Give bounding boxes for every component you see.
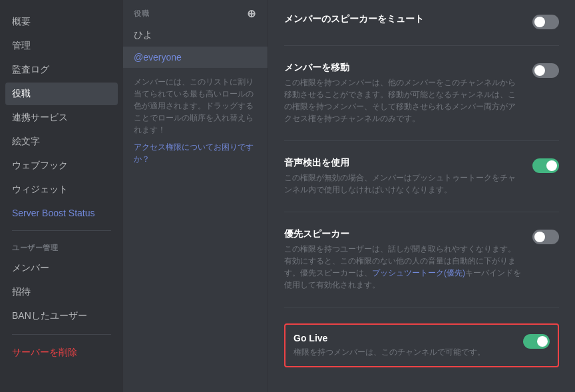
sidebar-item-webhooks[interactable]: ウェブフック (5, 154, 118, 177)
permission-go-live-info: Go Live 権限を持つメンバーは、このチャンネルで可能です。 (293, 333, 512, 358)
sidebar-item-overview[interactable]: 概要 (5, 11, 118, 33)
permission-priority-speaker: 優先スピーカー この権限を持つユーザーは、話しが聞き取られやすくなります。有効に… (284, 228, 559, 291)
sidebar-divider (12, 230, 111, 231)
toggle-mute-track[interactable] (532, 15, 559, 29)
toggle-voice-activity[interactable] (532, 158, 559, 173)
sidebar-item-bans[interactable]: BANしたユーザー (5, 305, 118, 327)
toggle-priority-speaker[interactable] (532, 230, 559, 244)
divider-1 (284, 45, 559, 46)
divider-2 (284, 140, 559, 141)
sidebar: 概要 管理 監査ログ 役職 連携サービス 絵文字 ウェブフック ウィジェット S… (0, 0, 123, 392)
roles-description: メンバーには、このリストに割り当てられている最も高いロールの色が適用されます。ド… (123, 68, 268, 173)
sidebar-item-delete-server[interactable]: サーバーを削除 (5, 341, 118, 364)
permission-priority-desc: この権限を持つユーザーは、話しが聞き取られやすくなります。有効にすると、この権限… (284, 243, 522, 291)
toggle-move-thumb (534, 65, 545, 76)
toggle-mute-members[interactable] (532, 15, 559, 29)
permission-mute-title: メンバーのスピーカーをミュート (284, 13, 522, 25)
permission-voice-info: 音声検出を使用 この権限が無効の場合、メンバーはプッシュトゥートークをチャンネル… (284, 157, 522, 196)
sidebar-item-widgets[interactable]: ウィジェット (5, 178, 118, 201)
add-role-icon[interactable]: ⊕ (246, 8, 257, 19)
roles-header-label: 役職 (134, 9, 149, 19)
toggle-voice-thumb (546, 160, 557, 171)
toggle-voice-track[interactable] (532, 158, 559, 173)
toggle-go-live[interactable] (523, 334, 550, 349)
permission-move-members: メンバーを移動 この権限を持つメンバーは、他のメンバーをこのチャンネルから移動さ… (284, 62, 559, 124)
permission-go-live-desc: 権限を持つメンバーは、このチャンネルで可能です。 (293, 346, 512, 358)
toggle-priority-track[interactable] (532, 230, 559, 244)
role-item-hiyo[interactable]: ひよ (123, 24, 268, 47)
sidebar-item-emoji[interactable]: 絵文字 (5, 130, 118, 153)
sidebar-divider-2 (12, 334, 111, 335)
permission-mute-info: メンバーのスピーカーをミュート (284, 13, 522, 28)
divider-4 (284, 307, 559, 307)
sidebar-item-manage[interactable]: 管理 (5, 35, 118, 57)
permission-go-live: Go Live 権限を持つメンバーは、このチャンネルで可能です。 (293, 333, 550, 358)
permission-move-info: メンバーを移動 この権限を持つメンバーは、他のメンバーをこのチャンネルから移動さ… (284, 62, 522, 124)
sidebar-item-boost[interactable]: Server Boost Status (5, 202, 118, 224)
roles-header: 役職 ⊕ (123, 8, 268, 24)
sidebar-item-integrations[interactable]: 連携サービス (5, 106, 118, 129)
permission-go-live-title: Go Live (293, 333, 512, 343)
permission-mute-members: メンバーのスピーカーをミュート (284, 13, 559, 29)
divider-3 (284, 212, 559, 212)
role-item-everyone[interactable]: @everyone (123, 47, 268, 68)
toggle-priority-thumb (534, 232, 545, 242)
permission-move-desc: この権限を持つメンバーは、他のメンバーをこのチャンネルから移動させることができま… (284, 77, 522, 124)
main-content: メンバーのスピーカーをミュート メンバーを移動 この権限を持つメンバーは、他のメ… (268, 0, 575, 392)
sidebar-item-audit-log[interactable]: 監査ログ (5, 59, 118, 81)
go-live-section: Go Live 権限を持つメンバーは、このチャンネルで可能です。 (284, 323, 559, 367)
sidebar-item-members[interactable]: メンバー (5, 257, 118, 280)
sidebar-item-roles[interactable]: 役職 (5, 83, 118, 105)
toggle-mute-thumb (534, 17, 545, 27)
toggle-go-live-thumb (537, 336, 548, 347)
permission-voice-activity: 音声検出を使用 この権限が無効の場合、メンバーはプッシュトゥートークをチャンネル… (284, 157, 559, 196)
toggle-move-track[interactable] (532, 63, 559, 78)
sidebar-section-user-management: ユーザー管理 (5, 238, 118, 256)
permission-priority-title: 優先スピーカー (284, 228, 522, 240)
sidebar-item-invites[interactable]: 招待 (5, 281, 118, 303)
toggle-move-members[interactable] (532, 63, 559, 78)
permission-voice-desc: この権限が無効の場合、メンバーはプッシュトゥートークをチャンネル内で使用しなけれ… (284, 172, 522, 196)
priority-link[interactable]: プッシュツートーク(優先) (372, 268, 465, 278)
roles-access-link[interactable]: アクセス権限についてお困りですか？ (134, 141, 257, 165)
permission-voice-title: 音声検出を使用 (284, 157, 522, 169)
roles-panel: 役職 ⊕ ひよ @everyone メンバーには、このリストに割り当てられている… (123, 0, 268, 392)
permission-priority-info: 優先スピーカー この権限を持つユーザーは、話しが聞き取られやすくなります。有効に… (284, 228, 522, 291)
permission-move-title: メンバーを移動 (284, 62, 522, 74)
toggle-go-live-track[interactable] (523, 334, 550, 349)
